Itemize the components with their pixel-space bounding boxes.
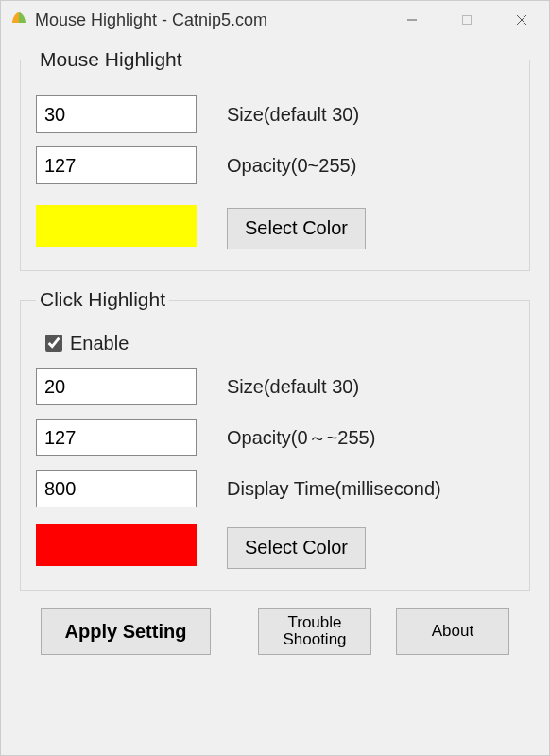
ch-opacity-input[interactable] bbox=[36, 419, 197, 456]
app-window: Mouse Highlight - Catnip5.com Mouse High… bbox=[0, 0, 550, 756]
minimize-icon bbox=[406, 14, 418, 26]
close-button[interactable] bbox=[494, 1, 549, 39]
maximize-icon bbox=[461, 14, 473, 26]
title-bar: Mouse Highlight - Catnip5.com bbox=[1, 1, 549, 39]
window-title: Mouse Highlight - Catnip5.com bbox=[35, 10, 385, 30]
ch-enable-label[interactable]: Enable bbox=[70, 333, 129, 354]
mh-color-row: Select Color bbox=[36, 205, 514, 251]
click-highlight-legend: Click Highlight bbox=[36, 288, 169, 311]
click-highlight-group: Click Highlight Enable Size(default 30) … bbox=[20, 288, 530, 591]
ch-enable-row: Enable bbox=[42, 332, 514, 354]
bottom-bar: Apply Setting Trouble Shooting About bbox=[20, 608, 530, 655]
mh-select-color-button[interactable]: Select Color bbox=[227, 208, 366, 249]
svg-rect-1 bbox=[463, 16, 472, 25]
mh-size-label: Size(default 30) bbox=[227, 104, 359, 126]
ch-displaytime-label: Display Time(millisecond) bbox=[227, 478, 441, 500]
mh-opacity-input[interactable] bbox=[36, 146, 197, 184]
apply-setting-button[interactable]: Apply Setting bbox=[41, 608, 211, 655]
ch-displaytime-row: Display Time(millisecond) bbox=[36, 470, 514, 507]
ch-size-label: Size(default 30) bbox=[227, 376, 359, 398]
ch-size-row: Size(default 30) bbox=[36, 368, 514, 405]
close-icon bbox=[516, 14, 527, 26]
trouble-shooting-button[interactable]: Trouble Shooting bbox=[258, 608, 371, 655]
ch-color-swatch bbox=[36, 524, 197, 566]
ch-select-color-button[interactable]: Select Color bbox=[227, 527, 366, 569]
ch-size-input[interactable] bbox=[36, 368, 197, 405]
mh-opacity-label: Opacity(0~255) bbox=[227, 155, 356, 177]
trouble-line1: Trouble bbox=[287, 613, 341, 631]
mh-opacity-row: Opacity(0~255) bbox=[36, 146, 514, 184]
mouse-highlight-legend: Mouse Highlight bbox=[36, 48, 186, 71]
app-icon bbox=[9, 9, 29, 30]
trouble-line2: Shooting bbox=[283, 630, 346, 648]
mouse-highlight-group: Mouse Highlight Size(default 30) Opacity… bbox=[20, 48, 530, 271]
ch-opacity-row: Opacity(0～~255) bbox=[36, 419, 514, 456]
mh-size-input[interactable] bbox=[36, 95, 197, 133]
ch-enable-checkbox[interactable] bbox=[45, 335, 62, 352]
ch-opacity-label: Opacity(0～~255) bbox=[227, 425, 375, 451]
ch-displaytime-input[interactable] bbox=[36, 470, 197, 507]
mh-color-swatch bbox=[36, 205, 197, 247]
window-buttons bbox=[385, 1, 549, 39]
ch-color-row: Select Color bbox=[36, 524, 514, 571]
content-area: Mouse Highlight Size(default 30) Opacity… bbox=[1, 39, 549, 655]
about-button[interactable]: About bbox=[396, 608, 509, 655]
mh-size-row: Size(default 30) bbox=[36, 95, 514, 133]
minimize-button[interactable] bbox=[385, 1, 439, 39]
maximize-button[interactable] bbox=[439, 1, 494, 39]
